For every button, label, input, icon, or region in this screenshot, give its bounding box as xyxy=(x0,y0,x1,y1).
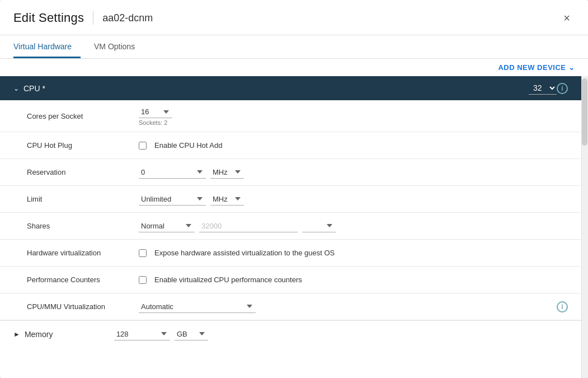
reservation-unit-select[interactable]: MHz GHz xyxy=(210,166,244,179)
reservation-value-select[interactable]: 0 xyxy=(139,166,206,179)
cpu-hot-add-checkbox[interactable] xyxy=(139,142,147,150)
modal-header: Edit Settings aa02-dcnm × xyxy=(0,0,588,35)
hw-virtualization-checkbox[interactable] xyxy=(139,249,147,257)
memory-expand-icon[interactable]: ► xyxy=(13,330,20,338)
hardware-virtualization-label: Hardware virtualization xyxy=(27,249,139,257)
cpu-mmu-virtualization-label: CPU/MMU Virtualization xyxy=(27,302,139,311)
shares-type-select[interactable]: Normal Low High Custom xyxy=(139,220,195,232)
limit-label: Limit xyxy=(27,195,139,203)
modal-title: Edit Settings xyxy=(13,11,84,25)
edit-settings-modal: Edit Settings aa02-dcnm × Virtual Hardwa… xyxy=(0,0,588,378)
modal-subtitle: aa02-dcnm xyxy=(102,12,153,24)
hardware-virtualization-row: Hardware virtualization Expose hardware … xyxy=(0,240,581,267)
memory-section-label: Memory xyxy=(25,330,114,339)
shares-extra-select[interactable] xyxy=(302,220,336,232)
shares-value-input[interactable] xyxy=(199,220,298,232)
add-new-device-button[interactable]: ADD NEW DEVICE ⌄ xyxy=(498,63,575,72)
reservation-row: Reservation 0 MHz GHz xyxy=(0,159,581,186)
cpu-hot-plug-row: CPU Hot Plug Enable CPU Hot Add xyxy=(0,132,581,159)
cpu-mmu-select[interactable]: Automatic Hardware CPU and MMU Hardware … xyxy=(139,301,256,313)
scrollbar-thumb[interactable] xyxy=(582,78,587,146)
performance-counters-label: Performance Counters xyxy=(27,276,139,284)
chevron-down-icon: ⌄ xyxy=(568,63,575,72)
title-divider xyxy=(93,11,93,25)
hw-virtualization-checkbox-label: Expose hardware assisted virtualization … xyxy=(154,249,335,257)
cpu-hot-plug-label: CPU Hot Plug xyxy=(27,141,139,150)
cores-per-socket-row: Cores per Socket 16 1 2 4 8 32 xyxy=(0,100,581,132)
memory-section: ► Memory 128 64 256 512 GB MB xyxy=(0,320,581,347)
shares-label: Shares xyxy=(27,222,139,230)
scrollbar xyxy=(581,76,588,378)
perf-counters-checkbox-label: Enable virtualized CPU performance count… xyxy=(154,276,302,284)
cpu-mmu-info-icon[interactable]: i xyxy=(557,301,568,312)
modal-body: ⌄ CPU * 32 1 2 4 8 16 64 i xyxy=(0,76,588,378)
reservation-label: Reservation xyxy=(27,168,139,176)
cpu-collapse-icon: ⌄ xyxy=(13,85,19,92)
close-button[interactable]: × xyxy=(559,10,575,26)
toolbar: ADD NEW DEVICE ⌄ xyxy=(0,59,588,76)
cores-per-socket-label: Cores per Socket xyxy=(27,112,139,120)
cpu-count-select[interactable]: 32 1 2 4 8 16 64 xyxy=(529,82,557,95)
memory-unit-select[interactable]: GB MB xyxy=(175,328,208,340)
tab-virtual-hardware[interactable]: Virtual Hardware xyxy=(13,35,81,58)
sockets-sub-label: Sockets: 2 xyxy=(139,119,172,126)
perf-counters-checkbox[interactable] xyxy=(139,276,147,284)
limit-row: Limit Unlimited MHz GHz xyxy=(0,186,581,213)
performance-counters-row: Performance Counters Enable virtualized … xyxy=(0,267,581,293)
cpu-info-icon[interactable]: i xyxy=(557,83,568,94)
cpu-section-header[interactable]: ⌄ CPU * 32 1 2 4 8 16 64 i xyxy=(0,76,581,100)
tab-vm-options[interactable]: VM Options xyxy=(94,35,144,58)
cpu-section-title: CPU * xyxy=(23,84,45,93)
memory-value-select[interactable]: 128 64 256 512 xyxy=(114,328,170,340)
limit-value-select[interactable]: Unlimited xyxy=(139,193,206,206)
cpu-mmu-virtualization-row: CPU/MMU Virtualization Automatic Hardwar… xyxy=(0,293,581,320)
limit-unit-select[interactable]: MHz GHz xyxy=(210,193,244,206)
cores-per-socket-select[interactable]: 16 1 2 4 8 32 xyxy=(139,106,172,118)
cpu-hot-add-checkbox-label: Enable CPU Hot Add xyxy=(154,141,222,150)
main-content: ⌄ CPU * 32 1 2 4 8 16 64 i xyxy=(0,76,581,378)
shares-row: Shares Normal Low High Custom xyxy=(0,213,581,240)
tabs-bar: Virtual Hardware VM Options xyxy=(0,35,588,59)
